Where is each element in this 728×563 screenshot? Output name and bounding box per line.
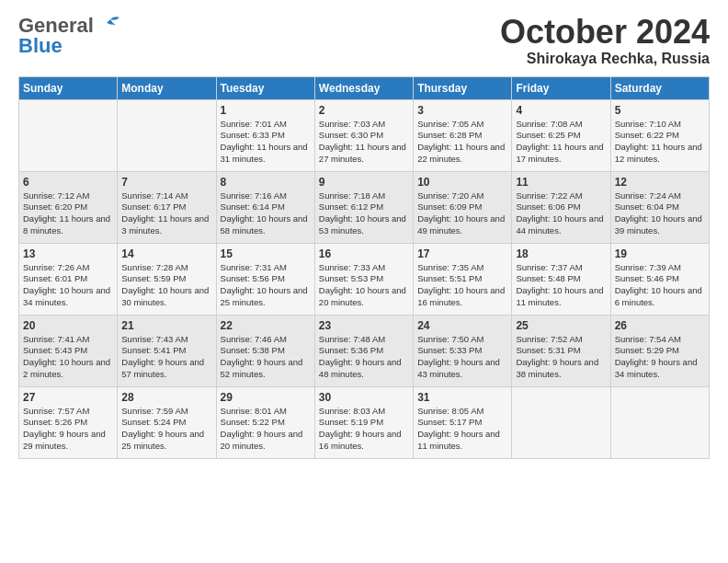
day-number: 22 [221,319,311,332]
calendar-week-4: 20Sunrise: 7:41 AM Sunset: 5:43 PM Dayli… [19,315,710,386]
calendar-cell: 12Sunrise: 7:24 AM Sunset: 6:04 PM Dayli… [610,171,709,243]
day-info: Sunrise: 7:35 AM Sunset: 5:51 PM Dayligh… [417,262,507,309]
month-title: October 2024 [500,14,710,51]
calendar-cell [610,386,709,458]
day-info: Sunrise: 7:43 AM Sunset: 5:41 PM Dayligh… [121,334,211,381]
day-number: 30 [319,391,409,404]
day-number: 23 [319,319,409,332]
calendar-cell [512,386,610,458]
weekday-header-monday: Monday [118,76,216,99]
calendar-cell: 28Sunrise: 7:59 AM Sunset: 5:24 PM Dayli… [118,386,216,458]
day-number: 14 [121,247,211,260]
page: General Blue October 2024 Shirokaya Rech… [0,0,728,563]
day-number: 13 [23,247,113,260]
calendar-cell: 31Sunrise: 8:05 AM Sunset: 5:17 PM Dayli… [414,386,512,458]
calendar-table: SundayMondayTuesdayWednesdayThursdayFrid… [18,76,710,459]
calendar-cell: 5Sunrise: 7:10 AM Sunset: 6:22 PM Daylig… [610,99,709,171]
calendar-cell: 18Sunrise: 7:37 AM Sunset: 5:48 PM Dayli… [512,243,610,315]
weekday-header-wednesday: Wednesday [314,76,413,99]
day-info: Sunrise: 7:28 AM Sunset: 5:59 PM Dayligh… [121,262,211,309]
calendar-week-3: 13Sunrise: 7:26 AM Sunset: 6:01 PM Dayli… [19,243,710,315]
day-info: Sunrise: 7:01 AM Sunset: 6:33 PM Dayligh… [221,119,311,166]
calendar-cell: 11Sunrise: 7:22 AM Sunset: 6:06 PM Dayli… [512,171,610,243]
calendar-cell: 20Sunrise: 7:41 AM Sunset: 5:43 PM Dayli… [19,315,118,386]
day-number: 17 [417,247,507,260]
day-info: Sunrise: 7:05 AM Sunset: 6:28 PM Dayligh… [417,119,507,166]
weekday-header-friday: Friday [512,76,610,99]
day-number: 8 [221,176,311,189]
calendar-cell: 7Sunrise: 7:14 AM Sunset: 6:17 PM Daylig… [118,171,216,243]
calendar-cell: 25Sunrise: 7:52 AM Sunset: 5:31 PM Dayli… [512,315,610,386]
day-number: 29 [221,391,311,404]
calendar-cell: 19Sunrise: 7:39 AM Sunset: 5:46 PM Dayli… [610,243,709,315]
calendar-cell: 9Sunrise: 7:18 AM Sunset: 6:12 PM Daylig… [314,171,413,243]
day-number: 25 [516,319,606,332]
title-block: October 2024 Shirokaya Rechka, Russia [500,14,710,67]
day-info: Sunrise: 7:20 AM Sunset: 6:09 PM Dayligh… [417,190,507,237]
day-info: Sunrise: 7:46 AM Sunset: 5:38 PM Dayligh… [221,334,311,381]
day-info: Sunrise: 7:39 AM Sunset: 5:46 PM Dayligh… [615,262,705,309]
calendar-cell: 4Sunrise: 7:08 AM Sunset: 6:25 PM Daylig… [512,99,610,171]
day-info: Sunrise: 7:57 AM Sunset: 5:26 PM Dayligh… [23,406,113,453]
day-info: Sunrise: 7:59 AM Sunset: 5:24 PM Dayligh… [121,406,211,453]
calendar-cell: 27Sunrise: 7:57 AM Sunset: 5:26 PM Dayli… [19,386,118,458]
day-info: Sunrise: 7:41 AM Sunset: 5:43 PM Dayligh… [23,334,113,381]
calendar-cell: 23Sunrise: 7:48 AM Sunset: 5:36 PM Dayli… [314,315,413,386]
calendar-week-5: 27Sunrise: 7:57 AM Sunset: 5:26 PM Dayli… [19,386,710,458]
day-number: 28 [121,391,211,404]
calendar-cell: 26Sunrise: 7:54 AM Sunset: 5:29 PM Dayli… [610,315,709,386]
calendar-week-2: 6Sunrise: 7:12 AM Sunset: 6:20 PM Daylig… [19,171,710,243]
day-info: Sunrise: 7:10 AM Sunset: 6:22 PM Dayligh… [615,119,705,166]
day-number: 21 [121,319,211,332]
calendar-cell: 29Sunrise: 8:01 AM Sunset: 5:22 PM Dayli… [216,386,314,458]
day-number: 3 [417,104,507,117]
weekday-header-thursday: Thursday [414,76,512,99]
day-info: Sunrise: 7:03 AM Sunset: 6:30 PM Dayligh… [319,119,409,166]
calendar-cell: 14Sunrise: 7:28 AM Sunset: 5:59 PM Dayli… [118,243,216,315]
logo-blue-text: Blue [18,34,63,58]
day-info: Sunrise: 7:50 AM Sunset: 5:33 PM Dayligh… [417,334,507,381]
day-info: Sunrise: 7:16 AM Sunset: 6:14 PM Dayligh… [221,190,311,237]
logo-bird-icon [97,16,123,36]
day-number: 19 [615,247,705,260]
weekday-header-sunday: Sunday [19,76,118,99]
day-number: 10 [417,176,507,189]
calendar-cell: 1Sunrise: 7:01 AM Sunset: 6:33 PM Daylig… [216,99,314,171]
day-number: 12 [615,176,705,189]
day-number: 6 [23,176,113,189]
location-title: Shirokaya Rechka, Russia [500,51,710,67]
calendar-cell: 24Sunrise: 7:50 AM Sunset: 5:33 PM Dayli… [414,315,512,386]
day-info: Sunrise: 7:08 AM Sunset: 6:25 PM Dayligh… [516,119,606,166]
calendar-cell: 2Sunrise: 7:03 AM Sunset: 6:30 PM Daylig… [314,99,413,171]
calendar-header-row: SundayMondayTuesdayWednesdayThursdayFrid… [19,76,710,99]
day-info: Sunrise: 8:05 AM Sunset: 5:17 PM Dayligh… [417,406,507,453]
day-number: 18 [516,247,606,260]
calendar-cell [19,99,118,171]
day-info: Sunrise: 7:54 AM Sunset: 5:29 PM Dayligh… [615,334,705,381]
weekday-header-tuesday: Tuesday [216,76,314,99]
calendar-cell: 15Sunrise: 7:31 AM Sunset: 5:56 PM Dayli… [216,243,314,315]
day-info: Sunrise: 7:48 AM Sunset: 5:36 PM Dayligh… [319,334,409,381]
day-number: 24 [417,319,507,332]
day-info: Sunrise: 7:14 AM Sunset: 6:17 PM Dayligh… [121,190,211,237]
day-number: 5 [615,104,705,117]
day-number: 31 [417,391,507,404]
day-info: Sunrise: 7:33 AM Sunset: 5:53 PM Dayligh… [319,262,409,309]
calendar-week-1: 1Sunrise: 7:01 AM Sunset: 6:33 PM Daylig… [19,99,710,171]
day-number: 15 [221,247,311,260]
calendar-cell [118,99,216,171]
day-number: 16 [319,247,409,260]
calendar-cell: 8Sunrise: 7:16 AM Sunset: 6:14 PM Daylig… [216,171,314,243]
day-number: 4 [516,104,606,117]
day-info: Sunrise: 7:22 AM Sunset: 6:06 PM Dayligh… [516,190,606,237]
day-info: Sunrise: 7:26 AM Sunset: 6:01 PM Dayligh… [23,262,113,309]
day-info: Sunrise: 7:18 AM Sunset: 6:12 PM Dayligh… [319,190,409,237]
calendar-cell: 13Sunrise: 7:26 AM Sunset: 6:01 PM Dayli… [19,243,118,315]
calendar-cell: 16Sunrise: 7:33 AM Sunset: 5:53 PM Dayli… [314,243,413,315]
day-info: Sunrise: 7:24 AM Sunset: 6:04 PM Dayligh… [615,190,705,237]
day-info: Sunrise: 7:37 AM Sunset: 5:48 PM Dayligh… [516,262,606,309]
calendar-cell: 30Sunrise: 8:03 AM Sunset: 5:19 PM Dayli… [314,386,413,458]
header: General Blue October 2024 Shirokaya Rech… [18,14,710,67]
logo: General Blue [18,14,123,58]
calendar-cell: 21Sunrise: 7:43 AM Sunset: 5:41 PM Dayli… [118,315,216,386]
